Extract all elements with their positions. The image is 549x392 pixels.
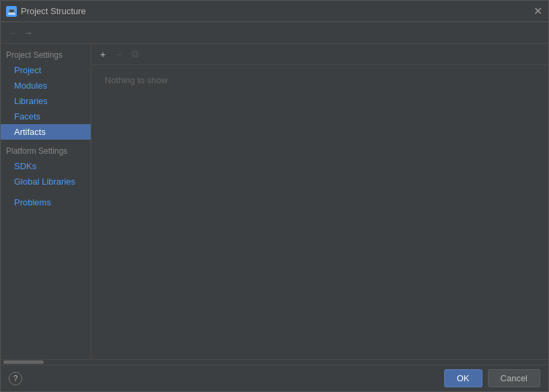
detail-panel: + − ⧉ Nothing to show [91,44,548,359]
bottom-actions: OK Cancel [444,369,540,387]
empty-message: Nothing to show [105,75,167,85]
window-title: Project Structure [21,6,532,16]
app-icon: 💻 [6,6,17,17]
detail-scroll-area [91,359,548,364]
sidebar-item-project[interactable]: Project [1,62,91,78]
sidebar-item-modules[interactable]: Modules [1,78,91,93]
sidebar: Project Settings Project Modules Librari… [1,44,91,359]
remove-button[interactable]: − [112,47,126,62]
close-button[interactable]: ✕ [532,6,543,17]
sidebar-scrollbar[interactable] [1,359,91,364]
sidebar-item-artifacts[interactable]: Artifacts [1,124,91,140]
cancel-button[interactable]: Cancel [488,369,540,387]
help-button[interactable]: ? [9,372,22,385]
title-bar: 💻 Project Structure ✕ [1,1,548,22]
sidebar-scroll-thumb [3,360,44,364]
nav-row: ← → [1,22,548,44]
project-settings-label: Project Settings [1,44,91,62]
ok-button[interactable]: OK [444,369,482,387]
detail-toolbar: + − ⧉ [91,44,548,65]
body-area: Project Settings Project Modules Librari… [1,44,548,359]
main-content: ← → Project Settings Project Modules Lib… [1,22,548,364]
back-button[interactable]: ← [6,26,21,40]
app-icon-letter: 💻 [7,7,15,15]
sidebar-item-libraries[interactable]: Libraries [1,93,91,109]
platform-settings-label: Platform Settings [1,140,91,158]
sidebar-scroll-area [1,359,548,364]
copy-button[interactable]: ⧉ [128,47,142,62]
sidebar-item-global-libraries[interactable]: Global Libraries [1,174,91,189]
project-structure-window: 💻 Project Structure ✕ ← → Project Settin… [0,0,549,392]
detail-body: Nothing to show [91,65,548,359]
forward-button[interactable]: → [21,26,36,40]
sidebar-item-sdks[interactable]: SDKs [1,158,91,174]
bottom-bar: ? OK Cancel [1,364,548,391]
sidebar-spacer [1,189,91,195]
add-button[interactable]: + [95,47,110,62]
sidebar-item-problems[interactable]: Problems [1,195,91,210]
sidebar-item-facets[interactable]: Facets [1,109,91,124]
